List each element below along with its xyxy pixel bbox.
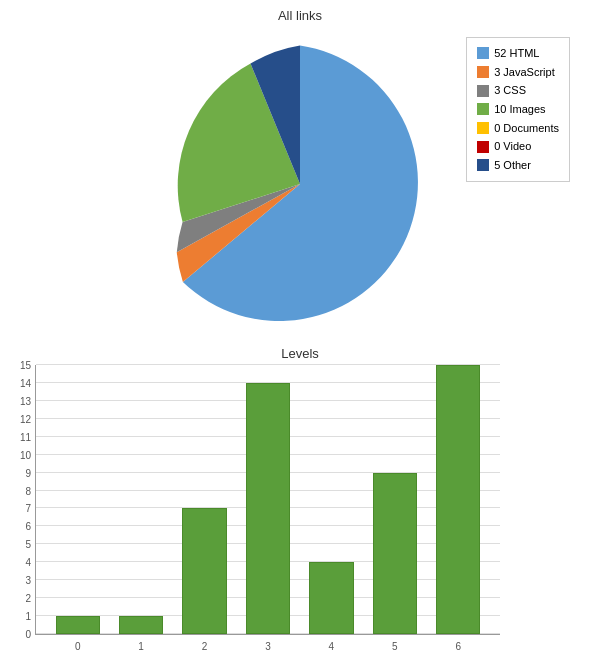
bar-rect-4 <box>309 562 353 634</box>
y-label-1: 1 <box>6 611 31 622</box>
legend-label-html: 52 HTML <box>494 44 539 63</box>
y-label-15: 15 <box>6 360 31 371</box>
bar-rect-0 <box>56 616 100 634</box>
bar-x-label-3: 3 <box>265 641 271 652</box>
bar-column-1: 1 <box>109 365 172 634</box>
bar-chart-area: 01234567891011121314150123456 1 01 17 21… <box>0 365 600 660</box>
legend-color-css <box>477 85 489 97</box>
bar-x-label-6: 6 <box>455 641 461 652</box>
bar-column-0: 0 <box>46 365 109 634</box>
y-label-14: 14 <box>6 377 31 388</box>
legend-label-css: 3 CSS <box>494 81 526 100</box>
bar-chart-inner: 01234567891011121314150123456 <box>35 365 500 635</box>
bar-x-label-1: 1 <box>138 641 144 652</box>
legend-item-other: 5 Other <box>477 156 559 175</box>
y-label-4: 4 <box>6 557 31 568</box>
bar-column-6: 6 <box>427 365 490 634</box>
pie-section: All links 52 HTML <box>0 0 600 340</box>
y-label-7: 7 <box>6 503 31 514</box>
bars-group: 0123456 <box>36 365 500 634</box>
y-label-8: 8 <box>6 485 31 496</box>
bar-rect-1 <box>119 616 163 634</box>
legend-item-docs: 0 Documents <box>477 119 559 138</box>
bar-column-4: 4 <box>300 365 363 634</box>
legend-color-docs <box>477 122 489 134</box>
bar-x-label-0: 0 <box>75 641 81 652</box>
y-label-3: 3 <box>6 575 31 586</box>
y-label-5: 5 <box>6 539 31 550</box>
legend-item-video: 0 Video <box>477 137 559 156</box>
bar-rect-5 <box>373 473 417 634</box>
bar-column-5: 5 <box>363 365 426 634</box>
bar-section: Levels 01234567891011121314150123456 1 0… <box>0 340 600 660</box>
bar-x-label-2: 2 <box>202 641 208 652</box>
legend-color-other <box>477 159 489 171</box>
bar-title: Levels <box>281 346 319 361</box>
y-label-6: 6 <box>6 521 31 532</box>
y-label-2: 2 <box>6 593 31 604</box>
bar-rect-2 <box>182 508 226 634</box>
pie-title: All links <box>278 8 322 23</box>
y-label-12: 12 <box>6 413 31 424</box>
legend-label-video: 0 Video <box>494 137 531 156</box>
bar-column-3: 3 <box>236 365 299 634</box>
legend-label-images: 10 Images <box>494 100 545 119</box>
legend-color-js <box>477 66 489 78</box>
bar-column-2: 2 <box>173 365 236 634</box>
y-label-0: 0 <box>6 629 31 640</box>
pie-legend: 52 HTML 3 JavaScript 3 CSS 10 Images 0 D… <box>466 37 570 182</box>
legend-label-other: 5 Other <box>494 156 531 175</box>
main-container: All links 52 HTML <box>0 0 600 660</box>
legend-label-js: 3 JavaScript <box>494 63 555 82</box>
bar-x-label-4: 4 <box>329 641 335 652</box>
pie-chart-svg <box>160 44 440 324</box>
legend-label-docs: 0 Documents <box>494 119 559 138</box>
y-label-11: 11 <box>6 431 31 442</box>
legend-item-images: 10 Images <box>477 100 559 119</box>
y-label-10: 10 <box>6 449 31 460</box>
legend-item-js: 3 JavaScript <box>477 63 559 82</box>
y-label-13: 13 <box>6 395 31 406</box>
legend-item-css: 3 CSS <box>477 81 559 100</box>
bar-x-label-5: 5 <box>392 641 398 652</box>
bar-rect-3 <box>246 383 290 634</box>
legend-color-video <box>477 141 489 153</box>
y-label-9: 9 <box>6 467 31 478</box>
pie-area: 52 HTML 3 JavaScript 3 CSS 10 Images 0 D… <box>0 27 600 340</box>
legend-color-html <box>477 47 489 59</box>
bar-rect-6 <box>436 365 480 634</box>
legend-item-html: 52 HTML <box>477 44 559 63</box>
legend-color-images <box>477 103 489 115</box>
